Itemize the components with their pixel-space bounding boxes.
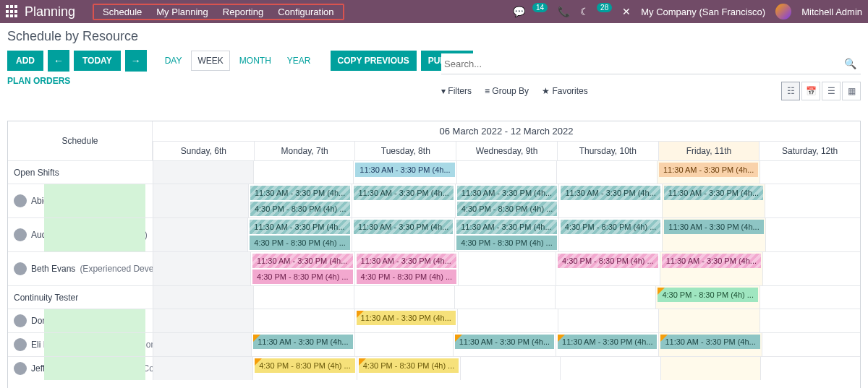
day-cell[interactable] bbox=[354, 333, 453, 356]
copy-previous-button[interactable]: COPY PREVIOUS bbox=[331, 51, 417, 71]
day-cell[interactable]: 11:30 AM - 3:30 PM (4h... bbox=[657, 161, 760, 184]
nav-myplanning[interactable]: My Planning bbox=[156, 7, 208, 17]
day-cell[interactable] bbox=[760, 286, 860, 309]
prev-button[interactable]: ← bbox=[48, 50, 69, 72]
day-cell[interactable]: 11:30 AM - 3:30 PM (4h... bbox=[353, 161, 456, 184]
shift-pill[interactable]: 11:30 AM - 3:30 PM (4h... bbox=[252, 254, 353, 268]
company-selector[interactable]: My Company (San Francisco) bbox=[641, 7, 765, 17]
day-cell[interactable] bbox=[153, 357, 252, 380]
day-cell[interactable]: 4:30 PM - 8:30 PM (4h) ... bbox=[558, 218, 663, 251]
shift-pill[interactable]: 11:30 AM - 3:30 PM (4h... bbox=[357, 254, 457, 268]
day-cell[interactable]: 11:30 AM - 3:30 PM (4h... bbox=[558, 184, 661, 217]
shift-pill[interactable]: 11:30 AM - 3:30 PM (4h... bbox=[357, 311, 456, 325]
shift-pill[interactable]: 11:30 AM - 3:30 PM (4h... bbox=[561, 186, 660, 200]
row-label[interactable]: Eli Lambert (Marketing and Com...) bbox=[8, 333, 153, 356]
day-cell[interactable]: 11:30 AM - 3:30 PM (4h... bbox=[662, 184, 765, 217]
day-cell[interactable]: 4:30 PM - 8:30 PM (4h) ... bbox=[357, 357, 461, 380]
day-cell[interactable] bbox=[660, 357, 760, 380]
moon-icon[interactable]: ☾ bbox=[580, 6, 590, 17]
day-cell[interactable] bbox=[765, 218, 860, 251]
day-cell[interactable] bbox=[354, 286, 454, 309]
shift-pill[interactable]: 11:30 AM - 3:30 PM (4h... bbox=[250, 186, 351, 200]
day-cell[interactable] bbox=[153, 184, 248, 217]
day-cell[interactable]: 11:30 AM - 3:30 PM (4h...4:30 PM - 8:30 … bbox=[454, 218, 558, 251]
day-cell[interactable] bbox=[153, 309, 253, 332]
shift-pill[interactable]: 11:30 AM - 3:30 PM (4h... bbox=[457, 186, 558, 200]
day-cell[interactable]: 11:30 AM - 3:30 PM (4h... bbox=[352, 184, 454, 217]
nav-configuration[interactable]: Configuration bbox=[278, 7, 333, 17]
avatar[interactable] bbox=[775, 4, 791, 20]
day-cell[interactable]: 11:30 AM - 3:30 PM (4h... bbox=[662, 218, 765, 251]
shift-pill[interactable]: 4:30 PM - 8:30 PM (4h) ... bbox=[250, 236, 350, 250]
row-label[interactable]: Doris Cole (Consultant) bbox=[8, 309, 153, 332]
row-label[interactable]: Abigail Peterson (Consultant) bbox=[8, 184, 153, 217]
day-cell[interactable] bbox=[153, 333, 251, 356]
range-month[interactable]: MONTH bbox=[233, 51, 278, 71]
shift-pill[interactable]: 4:30 PM - 8:30 PM (4h) ... bbox=[250, 202, 351, 216]
row-label[interactable]: Jeffrey Kelly (Marketing and Co...) bbox=[8, 357, 153, 380]
search-input[interactable] bbox=[441, 53, 840, 74]
day-cell[interactable]: 11:30 AM - 3:30 PM (4h...4:30 PM - 8:30 … bbox=[455, 184, 559, 217]
shift-pill[interactable]: 11:30 AM - 3:30 PM (4h... bbox=[455, 335, 554, 349]
shift-pill[interactable]: 4:30 PM - 8:30 PM (4h) ... bbox=[658, 288, 758, 302]
user-name[interactable]: Mitchell Admin bbox=[801, 7, 862, 17]
view-calendar-icon[interactable]: 📅 bbox=[801, 82, 820, 100]
day-cell[interactable]: 11:30 AM - 3:30 PM (4h... bbox=[556, 333, 658, 356]
day-cell[interactable] bbox=[153, 161, 253, 184]
view-kanban-icon[interactable]: ▦ bbox=[842, 82, 861, 100]
add-button[interactable]: ADD bbox=[7, 51, 43, 71]
day-cell[interactable] bbox=[460, 357, 560, 380]
shift-pill[interactable]: 11:30 AM - 3:30 PM (4h... bbox=[558, 335, 657, 349]
day-cell[interactable]: 11:30 AM - 3:30 PM (4h...4:30 PM - 8:30 … bbox=[250, 252, 354, 285]
apps-icon[interactable] bbox=[6, 5, 19, 18]
range-year[interactable]: YEAR bbox=[281, 51, 318, 71]
day-cell[interactable] bbox=[658, 309, 759, 332]
day-cell[interactable]: 4:30 PM - 8:30 PM (4h) ... bbox=[252, 357, 357, 380]
shift-pill[interactable]: 4:30 PM - 8:30 PM (4h) ... bbox=[558, 254, 658, 268]
day-cell[interactable]: 11:30 AM - 3:30 PM (4h... bbox=[658, 333, 761, 356]
shift-pill[interactable]: 11:30 AM - 3:30 PM (4h... bbox=[354, 220, 453, 234]
day-cell[interactable] bbox=[555, 286, 655, 309]
shift-pill[interactable]: 4:30 PM - 8:30 PM (4h) ... bbox=[357, 270, 457, 284]
shift-pill[interactable]: 4:30 PM - 8:30 PM (4h) ... bbox=[561, 220, 661, 234]
day-cell[interactable] bbox=[760, 357, 860, 380]
day-cell[interactable] bbox=[454, 286, 555, 309]
day-cell[interactable]: 11:30 AM - 3:30 PM (4h... bbox=[660, 252, 762, 285]
next-button[interactable]: → bbox=[125, 50, 147, 72]
day-cell[interactable] bbox=[556, 161, 657, 184]
day-cell[interactable] bbox=[253, 309, 354, 332]
day-cell[interactable]: 11:30 AM - 3:30 PM (4h... bbox=[354, 309, 457, 332]
day-cell[interactable] bbox=[456, 161, 557, 184]
day-cell[interactable] bbox=[253, 286, 354, 309]
day-cell[interactable]: 4:30 PM - 8:30 PM (4h) ... bbox=[556, 252, 660, 285]
favorites-button[interactable]: ★ Favorites bbox=[542, 86, 588, 96]
shift-pill[interactable]: 11:30 AM - 3:30 PM (4h... bbox=[660, 335, 760, 349]
day-cell[interactable] bbox=[760, 309, 860, 332]
day-cell[interactable]: 11:30 AM - 3:30 PM (4h... bbox=[352, 218, 454, 251]
shift-pill[interactable]: 4:30 PM - 8:30 PM (4h) ... bbox=[255, 358, 355, 373]
shift-pill[interactable]: 4:30 PM - 8:30 PM (4h) ... bbox=[252, 270, 353, 284]
row-label[interactable]: Continuity Tester bbox=[8, 286, 153, 309]
nav-schedule[interactable]: Schedule bbox=[103, 7, 142, 17]
tools-icon[interactable]: ✕ bbox=[622, 6, 631, 17]
messages-icon[interactable]: 💬 bbox=[513, 6, 525, 17]
row-label[interactable]: Audrey Peterson (Consultant) bbox=[8, 218, 153, 251]
shift-pill[interactable]: 11:30 AM - 3:30 PM (4h... bbox=[250, 220, 350, 234]
shift-pill[interactable]: 11:30 AM - 3:30 PM (4h... bbox=[664, 220, 763, 234]
day-cell[interactable] bbox=[760, 161, 860, 184]
day-cell[interactable] bbox=[765, 184, 860, 217]
search-icon[interactable]: 🔍 bbox=[840, 53, 861, 74]
day-cell[interactable]: 11:30 AM - 3:30 PM (4h...4:30 PM - 8:30 … bbox=[354, 252, 459, 285]
day-cell[interactable] bbox=[153, 252, 250, 285]
day-cell[interactable] bbox=[762, 252, 860, 285]
groupby-button[interactable]: ≡ Group By bbox=[485, 86, 529, 96]
day-cell[interactable] bbox=[457, 309, 558, 332]
view-gantt-icon[interactable]: ☷ bbox=[781, 82, 800, 100]
filters-button[interactable]: ▾ Filters bbox=[441, 86, 472, 96]
nav-reporting[interactable]: Reporting bbox=[223, 7, 263, 17]
shift-pill[interactable]: 4:30 PM - 8:30 PM (4h) ... bbox=[456, 236, 557, 250]
shift-pill[interactable]: 11:30 AM - 3:30 PM (4h... bbox=[659, 163, 758, 177]
day-cell[interactable]: 11:30 AM - 3:30 PM (4h...4:30 PM - 8:30 … bbox=[247, 218, 352, 251]
shift-pill[interactable]: 11:30 AM - 3:30 PM (4h... bbox=[253, 335, 352, 349]
day-cell[interactable] bbox=[558, 309, 658, 332]
